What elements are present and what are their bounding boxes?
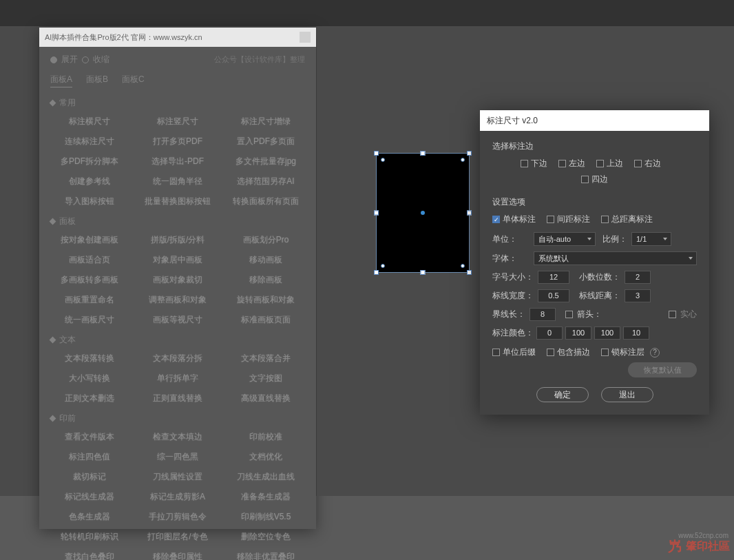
anchor-se[interactable]: [461, 264, 465, 268]
script-button[interactable]: 标记线生成器: [50, 490, 129, 504]
script-button[interactable]: 刀线生成出血线: [227, 470, 305, 484]
script-button[interactable]: 删除空位专色: [227, 530, 305, 544]
script-button[interactable]: 统一圆角半径: [138, 174, 217, 189]
check-include-stroke[interactable]: [547, 349, 554, 356]
script-button[interactable]: 大小写转换: [50, 371, 129, 386]
script-button[interactable]: 正则直线替换: [138, 391, 217, 406]
script-button[interactable]: 创建参考线: [50, 174, 129, 189]
script-button[interactable]: 打开多页PDF: [138, 134, 217, 149]
script-button[interactable]: 文本段落转换: [50, 351, 129, 366]
script-button[interactable]: 选择导出-PDF: [138, 154, 217, 169]
script-button[interactable]: 高级直线替换: [227, 391, 305, 406]
script-button[interactable]: 文本段落合并: [227, 351, 305, 366]
close-icon[interactable]: [300, 32, 311, 43]
check-arrow[interactable]: [565, 311, 573, 318]
script-button[interactable]: 拼版/拆版/分料: [138, 233, 217, 247]
color-m-input[interactable]: 100: [565, 326, 591, 340]
script-button[interactable]: 手拉刀剪辑色令: [138, 510, 217, 524]
script-button[interactable]: 印刷制线V5.5: [227, 510, 305, 524]
script-button[interactable]: 画板划分Pro: [227, 233, 305, 247]
script-button[interactable]: 多画板转多画板: [50, 273, 129, 287]
script-button[interactable]: 画板等视尺寸: [138, 313, 217, 327]
color-y-input[interactable]: 100: [594, 326, 620, 340]
help-icon[interactable]: ?: [650, 348, 660, 357]
handle-sw[interactable]: [374, 270, 379, 275]
script-button[interactable]: 打印图层名/专色: [138, 530, 217, 544]
section-header[interactable]: 印前: [50, 413, 305, 424]
script-button[interactable]: 移除画板: [227, 273, 305, 287]
check-total[interactable]: [601, 216, 609, 223]
script-button[interactable]: 文档优化: [227, 450, 305, 464]
script-button[interactable]: 文字按图: [227, 371, 305, 386]
ok-button[interactable]: 确定: [536, 387, 589, 402]
script-button[interactable]: 裁切标记: [50, 470, 129, 484]
script-button[interactable]: 调整画板和对象: [138, 293, 217, 307]
linewidth-input[interactable]: 0.5: [538, 289, 569, 302]
check-unit-suffix[interactable]: [492, 349, 500, 356]
check-all-edges[interactable]: [581, 176, 589, 183]
script-button[interactable]: 批量替换图标按钮: [138, 194, 217, 209]
handle-ne[interactable]: [467, 151, 472, 156]
script-button[interactable]: 综一四色黑: [138, 450, 217, 464]
section-header[interactable]: 面板: [50, 216, 305, 227]
script-button[interactable]: 画板重置命名: [50, 293, 129, 307]
handle-se[interactable]: [467, 270, 472, 275]
script-button[interactable]: 移除叠印属性: [138, 550, 217, 560]
anchor-ne[interactable]: [461, 158, 465, 162]
script-button[interactable]: 画板对象裁切: [138, 273, 217, 287]
script-button[interactable]: 标注四色值: [50, 450, 129, 464]
script-button[interactable]: 色条生成器: [50, 510, 129, 524]
script-button[interactable]: 刀线属性设置: [138, 470, 217, 484]
script-button[interactable]: 文本段落分拆: [138, 351, 217, 366]
tab-b[interactable]: 面板B: [86, 74, 108, 87]
script-button[interactable]: 选择范围另存AI: [227, 174, 305, 189]
radio-collapse[interactable]: [82, 56, 89, 63]
script-button[interactable]: 标注尺寸增绿: [227, 114, 305, 129]
script-button[interactable]: 旋转画板和对象: [227, 293, 305, 307]
script-button[interactable]: 标记生成剪影A: [138, 490, 217, 504]
fontsize-input[interactable]: 12: [538, 271, 569, 284]
script-button[interactable]: 画板适合页: [50, 253, 129, 267]
script-button[interactable]: 标准画板页面: [227, 313, 305, 327]
anchor-sw[interactable]: [381, 264, 385, 268]
script-button[interactable]: 轮转机印刷标识: [50, 530, 129, 544]
linedist-input[interactable]: 3: [625, 289, 651, 302]
handle-nw[interactable]: [374, 151, 379, 156]
tab-a[interactable]: 面板A: [50, 74, 72, 87]
selected-object[interactable]: [376, 153, 470, 273]
dialog-titlebar[interactable]: 标注尺寸 v2.0: [480, 110, 709, 131]
font-select[interactable]: 系统默认: [534, 251, 697, 265]
boundlen-input[interactable]: 8: [529, 308, 556, 321]
script-button[interactable]: 准备条生成器: [227, 490, 305, 504]
script-button[interactable]: 查看文件版本: [50, 430, 129, 444]
script-button[interactable]: 转换面板所有页面: [227, 194, 305, 209]
script-button[interactable]: 统一画板尺寸: [50, 313, 129, 327]
script-button[interactable]: 标注横尺寸: [50, 114, 129, 129]
check-bottom[interactable]: [521, 160, 528, 167]
radio-expand[interactable]: [50, 56, 57, 63]
reset-button[interactable]: 恢复默认值: [628, 362, 697, 377]
color-c-input[interactable]: 0: [536, 326, 563, 340]
center-point[interactable]: [421, 211, 425, 215]
anchor-nw[interactable]: [381, 158, 385, 162]
check-left[interactable]: [558, 160, 566, 167]
check-top[interactable]: [596, 160, 604, 167]
cancel-button[interactable]: 退出: [601, 387, 653, 402]
check-lock-layer[interactable]: [601, 349, 609, 356]
panel-titlebar[interactable]: AI脚本插件合集Pro版2代 官网：www.wszyk.cn: [39, 28, 316, 47]
script-button[interactable]: 连续标注尺寸: [50, 134, 129, 149]
ratio-select[interactable]: 1/1: [631, 232, 671, 246]
script-button[interactable]: 导入图标按钮: [50, 194, 129, 209]
script-button[interactable]: 标注竖尺寸: [138, 114, 217, 129]
unit-select[interactable]: 自动-auto: [534, 232, 596, 246]
check-solid[interactable]: [669, 311, 676, 318]
tab-c[interactable]: 面板C: [122, 74, 145, 87]
handle-n[interactable]: [421, 151, 426, 156]
handle-e[interactable]: [467, 211, 472, 216]
script-button[interactable]: 移除非优置叠印: [227, 550, 305, 560]
handle-s[interactable]: [421, 270, 426, 275]
script-button[interactable]: 按对象创建画板: [50, 233, 129, 247]
color-k-input[interactable]: 10: [623, 326, 649, 340]
script-button[interactable]: 多文件批量存jpg: [227, 154, 305, 169]
script-button[interactable]: 正则文本删选: [50, 391, 129, 406]
